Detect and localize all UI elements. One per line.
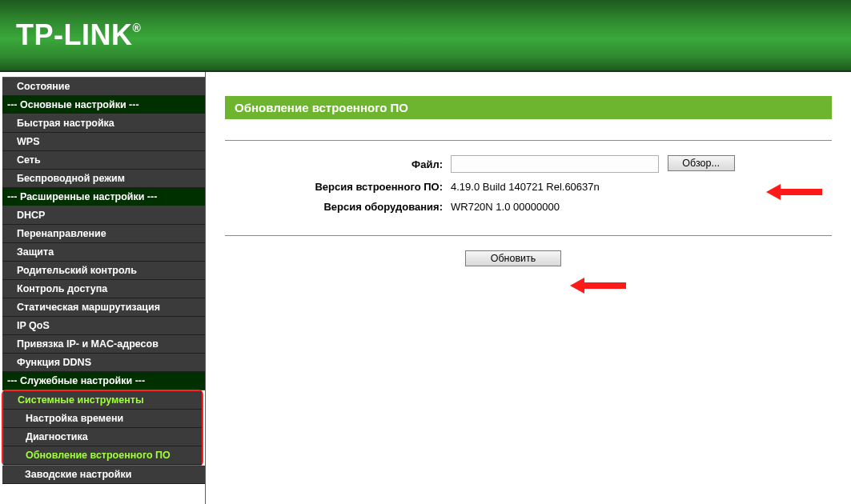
file-input[interactable] — [451, 155, 659, 173]
body: Состояние --- Основные настройки --- Быс… — [0, 72, 851, 504]
registered-icon: ® — [132, 22, 141, 34]
nav-group-advanced: --- Расширенные настройки --- — [2, 188, 205, 206]
update-row: Обновить — [225, 250, 832, 266]
nav-item-system-tools[interactable]: Системные инструменты — [3, 391, 202, 410]
fw-row: Версия встроенного ПО: 4.19.0 Build 1407… — [225, 181, 832, 193]
nav-item-parental[interactable]: Родительский контроль — [2, 262, 205, 280]
content-panel: Обновление встроенного ПО Файл: Обзор...… — [206, 72, 851, 504]
brand-text: TP-LINK — [16, 18, 132, 51]
nav-item-status[interactable]: Состояние — [2, 78, 205, 96]
hw-row: Версия оборудования: WR720N 1.0 00000000 — [225, 201, 832, 213]
nav-item-network[interactable]: Сеть — [2, 151, 205, 170]
divider — [225, 235, 832, 236]
nav-item-wireless[interactable]: Беспроводной режим — [2, 170, 205, 188]
nav-group-basic: --- Основные настройки --- — [2, 96, 205, 114]
highlight-annotation: Системные инструменты Настройка времени … — [2, 390, 203, 466]
browse-button[interactable]: Обзор... — [668, 155, 735, 171]
nav-group-service: --- Служебные настройки --- — [2, 372, 205, 390]
nav-item-time-settings[interactable]: Настройка времени — [3, 410, 202, 428]
nav-item-factory-defaults[interactable]: Заводские настройки — [2, 466, 205, 484]
header: TP-LINK® — [0, 0, 851, 72]
nav-item-diagnostic[interactable]: Диагностика — [3, 428, 202, 446]
page-title: Обновление встроенного ПО — [225, 96, 832, 119]
nav-item-quick-setup[interactable]: Быстрая настройка — [2, 114, 205, 133]
file-label: Файл: — [225, 158, 451, 170]
fw-value: 4.19.0 Build 140721 Rel.60637n — [451, 181, 600, 193]
svg-marker-1 — [570, 278, 626, 294]
nav-item-security[interactable]: Защита — [2, 243, 205, 262]
nav-item-ipqos[interactable]: IP QoS — [2, 317, 205, 335]
nav-item-static-routing[interactable]: Статическая маршрутизация — [2, 298, 205, 317]
update-button[interactable]: Обновить — [465, 250, 561, 266]
arrow-annotation-icon — [570, 276, 626, 295]
nav-item-ip-mac-binding[interactable]: Привязка IP- и MAC-адресов — [2, 335, 205, 354]
file-row: Файл: Обзор... — [225, 155, 832, 173]
brand-logo: TP-LINK® — [16, 18, 141, 52]
nav-item-dhcp[interactable]: DHCP — [2, 206, 205, 225]
nav-item-wps[interactable]: WPS — [2, 133, 205, 151]
sidebar: Состояние --- Основные настройки --- Быс… — [0, 72, 206, 504]
nav-item-firmware-upgrade[interactable]: Обновление встроенного ПО — [3, 446, 202, 465]
hw-label: Версия оборудования: — [225, 201, 451, 213]
nav-item-ddns[interactable]: Функция DDNS — [2, 354, 205, 372]
divider — [225, 140, 832, 141]
hw-value: WR720N 1.0 00000000 — [451, 201, 560, 213]
nav-item-access-control[interactable]: Контроль доступа — [2, 280, 205, 298]
file-value: Обзор... — [451, 155, 735, 173]
nav-item-forwarding[interactable]: Перенаправление — [2, 225, 205, 243]
fw-label: Версия встроенного ПО: — [225, 181, 451, 193]
